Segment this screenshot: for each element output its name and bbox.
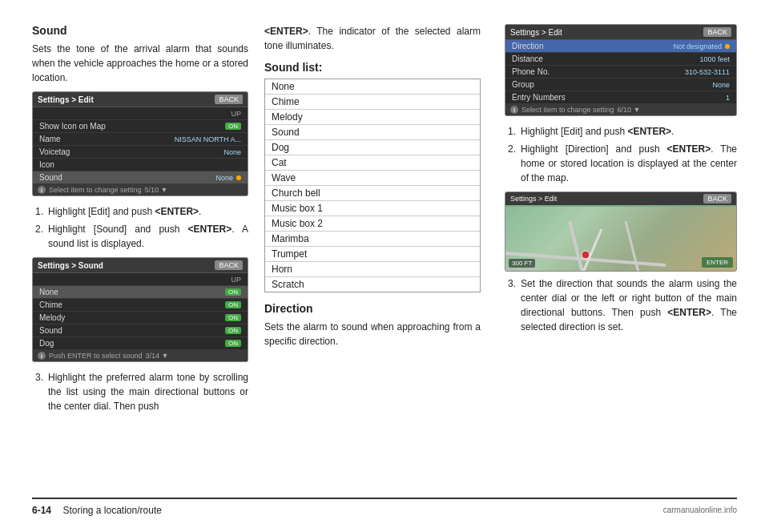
screen1-row0: Show Icon on Map ON bbox=[33, 120, 248, 133]
right-step3: 3. Set the direction that sounds the ala… bbox=[505, 276, 737, 334]
right-row-entry: Entry Numbers 1 bbox=[505, 91, 736, 104]
screen2-back[interactable]: BACK bbox=[215, 260, 243, 270]
screen1-row1: Name NISSAN NORTH A... bbox=[33, 133, 248, 146]
screen1-title: Settings > Edit bbox=[38, 95, 94, 104]
screen2-row3: Sound ON bbox=[33, 324, 248, 337]
screen1-row2: Voicetag None bbox=[33, 146, 248, 159]
sound-item-music-box-2: Music box 2 bbox=[265, 216, 480, 232]
sound-item-wave: Wave bbox=[265, 171, 480, 186]
screen2-uprow: UP bbox=[33, 273, 248, 286]
right-screen1-title: Settings > Edit bbox=[510, 28, 562, 37]
sound-item-marimba: Marimba bbox=[265, 232, 480, 247]
info-icon2: i bbox=[38, 352, 46, 360]
right-steps: 1. Highlight [Edit] and push <ENTER>. 2.… bbox=[505, 124, 737, 185]
right-screen1-header: Settings > Edit BACK bbox=[505, 25, 736, 40]
sound-item-sound: Sound bbox=[265, 125, 480, 140]
step3-left: 3. Highlight the preferred alarm tone by… bbox=[32, 370, 248, 413]
sound-item-scratch: Scratch bbox=[265, 277, 480, 292]
step1: 1. Highlight [Edit] and push <ENTER>. bbox=[32, 204, 248, 219]
screen1-row4-sound: Sound None bbox=[33, 171, 248, 184]
sound-dot bbox=[236, 175, 241, 180]
footer-left: 6-14 Storing a location/route bbox=[32, 504, 162, 516]
sound-list: None Chime Melody Sound Dog Cat Wave Chu… bbox=[264, 79, 481, 292]
footer-logo: carmanualonline.info bbox=[663, 506, 737, 514]
left-section-title: Sound bbox=[32, 24, 248, 37]
svg-line-1 bbox=[570, 221, 586, 271]
right-screen1-back[interactable]: BACK bbox=[703, 27, 731, 37]
mid-column: <ENTER>. The indicator of the selected a… bbox=[264, 24, 497, 494]
sound-item-none: None bbox=[265, 79, 480, 95]
screen1-box: Settings > Edit BACK UP Show Icon on Map… bbox=[32, 91, 248, 196]
sound-item-music-box-1: Music box 1 bbox=[265, 201, 480, 216]
sound-item-cat: Cat bbox=[265, 155, 480, 171]
sound-item-melody: Melody bbox=[265, 110, 480, 125]
map-back-btn[interactable]: BACK bbox=[703, 194, 731, 204]
page: Sound Sets the tone of the arrival alarm… bbox=[0, 0, 769, 532]
step2: 2. Highlight [Sound] and push <ENTER>. A… bbox=[32, 222, 248, 251]
svg-point-5 bbox=[582, 251, 590, 259]
screen2-title: Settings > Sound bbox=[38, 261, 103, 270]
map-content: 300 FT ENTER bbox=[505, 207, 736, 271]
dir-dot bbox=[725, 44, 730, 49]
map-enter-btn[interactable]: ENTER bbox=[702, 257, 733, 268]
screen1-badge-on: ON bbox=[225, 123, 241, 130]
screen1-up-label: UP bbox=[231, 110, 241, 118]
info-icon3: i bbox=[510, 106, 518, 114]
right-row-phone: Phone No. 310-532-3111 bbox=[505, 66, 736, 79]
right-row-group: Group None bbox=[505, 79, 736, 91]
sound-list-title: Sound list: bbox=[264, 61, 481, 74]
page-footer: 6-14 Storing a location/route carmanualo… bbox=[32, 498, 737, 516]
screen1-back[interactable]: BACK bbox=[215, 95, 243, 104]
left-column: Sound Sets the tone of the arrival alarm… bbox=[32, 24, 264, 494]
screen1-row3: Icon bbox=[33, 159, 248, 171]
screen1-header: Settings > Edit BACK bbox=[33, 92, 248, 107]
screen2-row1: Chime ON bbox=[33, 299, 248, 312]
map-dist-label: 300 FT bbox=[509, 259, 535, 268]
sound-item-church-bell: Church bell bbox=[265, 186, 480, 201]
right-row-distance: Distance 1000 feet bbox=[505, 53, 736, 66]
sound-item-horn: Horn bbox=[265, 262, 480, 277]
screen1-uprow: UP bbox=[33, 107, 248, 120]
sound-item-dog: Dog bbox=[265, 140, 480, 155]
map-header: Settings > Edit BACK bbox=[505, 192, 736, 205]
none-badge: ON bbox=[225, 288, 241, 296]
footer-section-label: Storing a location/route bbox=[62, 505, 161, 516]
sound-item-chime: Chime bbox=[265, 95, 480, 110]
screen2-header: Settings > Sound BACK bbox=[33, 258, 248, 273]
dir-title: Direction bbox=[264, 302, 481, 315]
dir-text: Sets the alarm to sound when approaching… bbox=[264, 320, 481, 349]
right-step2: 2. Highlight [Direction] and push <ENTER… bbox=[505, 142, 737, 185]
enter-text: <ENTER>. The indicator of the selected a… bbox=[264, 24, 481, 53]
screen2-row4: Dog ON bbox=[33, 337, 248, 350]
left-section-text: Sets the tone of the arrival alarm that … bbox=[32, 42, 248, 85]
right-screen1: Settings > Edit BACK Direction Not desig… bbox=[505, 24, 737, 116]
screen2-footer: i Push ENTER to select sound 3/14 ▼ bbox=[33, 350, 248, 361]
info-icon1: i bbox=[38, 186, 46, 194]
right-screen1-footer: i Select item to change setting 6/10 ▼ bbox=[505, 104, 736, 115]
screen2-box: Settings > Sound BACK UP None ON Chime O… bbox=[32, 257, 248, 362]
right-column: Settings > Edit BACK Direction Not desig… bbox=[497, 24, 737, 494]
sound-item-trumpet: Trumpet bbox=[265, 247, 480, 262]
right-step1: 1. Highlight [Edit] and push <ENTER>. bbox=[505, 124, 737, 139]
main-content: Sound Sets the tone of the arrival alarm… bbox=[32, 24, 737, 494]
map-box: Settings > Edit BACK 300 FT bbox=[505, 191, 737, 272]
footer-page-num: 6-14 bbox=[32, 505, 51, 516]
screen2-row2: Melody ON bbox=[33, 312, 248, 324]
right-row-direction: Direction Not designated bbox=[505, 40, 736, 53]
left-steps-1-2: 1. Highlight [Edit] and push <ENTER>. 2.… bbox=[32, 204, 248, 251]
screen2-row0: None ON bbox=[33, 286, 248, 299]
screen1-footer: i Select item to change setting 5/10 ▼ bbox=[33, 184, 248, 195]
